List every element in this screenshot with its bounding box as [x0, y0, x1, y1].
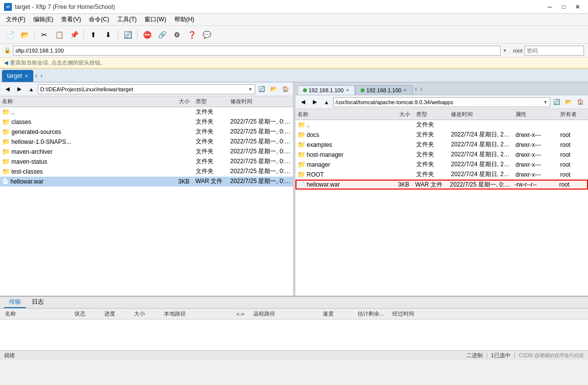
file-name-text: .. [11, 109, 15, 116]
menu-edit[interactable]: 编辑(E) [29, 14, 57, 25]
local-file-name: 📄 hellowar.war [0, 178, 169, 185]
local-file-name: 📁 classes [0, 118, 169, 126]
tab-right-arrow[interactable]: › [40, 71, 43, 79]
local-path-combo[interactable]: D:\IDEA\Projects\Linux\hellowar\target ▼ [38, 84, 255, 94]
password-input[interactable] [524, 46, 584, 56]
title-bar-left: xf target - Xftp 7 (Free for Home/School… [4, 3, 115, 11]
local-file-name: 📁 test-classes [0, 168, 169, 175]
toolbar-new-session[interactable]: 📄 [3, 28, 17, 42]
transfer-tab-log[interactable]: 日志 [27, 297, 49, 308]
local-nav-bar: ◀ ▶ ▲ D:\IDEA\Projects\Linux\hellowar\ta… [0, 82, 293, 96]
toolbar-cut[interactable]: ✂ [37, 28, 51, 42]
local-file-row[interactable]: 📄 hellowar.war 3KB WAR 文件 2022/7/25 星期一,… [0, 177, 293, 187]
menu-window[interactable]: 窗口(W) [141, 14, 170, 25]
file-icon: 📄 [298, 182, 305, 188]
toolbar-upload[interactable]: ⬆ [86, 28, 100, 42]
transfer-tab-transfer[interactable]: 传输 [4, 297, 26, 308]
remote-tab2-close[interactable]: ✕ [403, 88, 407, 93]
toolbar-help[interactable]: ❓ [185, 28, 199, 42]
remote-home-button[interactable]: 🏠 [575, 97, 586, 107]
local-back-button[interactable]: ◀ [2, 84, 13, 94]
remote-file-type: 文件夹 [414, 121, 449, 129]
remote-file-row[interactable]: 📁 manager 文件夹 2022/7/24 星期日, 22:... drwx… [295, 160, 588, 170]
local-file-type: 文件夹 [194, 147, 228, 156]
remote-browse-button[interactable]: 📂 [563, 97, 574, 107]
remote-file-name: 📁 .. [295, 121, 390, 128]
remote-file-row[interactable]: 📁 ROOT 文件夹 2022/7/24 星期日, 22:... drwxr-x… [295, 170, 588, 180]
remote-tab-1[interactable]: 192.168.1.100 ✕ [297, 85, 355, 95]
toolbar-extra[interactable]: 💬 [200, 28, 214, 42]
local-file-row[interactable]: 📁 generated-sources 文件夹 2022/7/25 星期一, 0… [0, 127, 293, 137]
menu-view[interactable]: 查看(V) [57, 14, 85, 25]
remote-back-button[interactable]: ◀ [297, 97, 308, 107]
local-file-row[interactable]: 📁 maven-status 文件夹 2022/7/25 星期一, 0:26 [0, 157, 293, 167]
folder-icon: 📁 [2, 108, 10, 116]
remote-file-row[interactable]: 📁 examples 文件夹 2022/7/24 星期日, 22:... drw… [295, 140, 588, 150]
remote-file-owner: root [558, 171, 588, 178]
local-file-row[interactable]: 📁 hellowar-1.0-SNAPS... 文件夹 2022/7/25 星期… [0, 137, 293, 147]
toolbar-refresh[interactable]: 🔄 [121, 28, 135, 42]
remote-file-row[interactable]: 📄 hellowar.war 3KB WAR 文件 2022/7/25 星期一,… [295, 180, 588, 190]
remote-file-row[interactable]: 📁 host-manager 文件夹 2022/7/24 星期日, 22:...… [295, 150, 588, 160]
toolbar-connect[interactable]: 🔗 [155, 28, 169, 42]
menu-command[interactable]: 命令(C) [85, 14, 113, 25]
remote-tab-2[interactable]: 192.168.1.100 ✕ [355, 85, 413, 95]
local-file-row[interactable]: 📁 classes 文件夹 2022/7/25 星期一, 0:24 [0, 117, 293, 127]
local-file-row[interactable]: 📁 test-classes 文件夹 2022/7/25 星期一, 0:26 [0, 167, 293, 177]
title-bar: xf target - Xftp 7 (Free for Home/School… [0, 0, 588, 14]
local-col-header: 名称 大小 类型 修改时间 [0, 96, 293, 107]
connection-status-dot2 [361, 88, 365, 92]
toolbar-stop[interactable]: ⛔ [140, 28, 154, 42]
tab-left-arrow[interactable]: ‹ [35, 71, 38, 79]
local-file-type: WAR 文件 [194, 177, 228, 186]
remote-up-button[interactable]: ▲ [321, 97, 332, 107]
remote-refresh-button[interactable]: 🔄 [551, 97, 562, 107]
remote-file-date: 2022/7/24 星期日, 22:... [449, 130, 514, 139]
toolbar-download[interactable]: ⬇ [101, 28, 115, 42]
remote-col-header: 名称 大小 类型 修改时间 属性 所有者 [295, 109, 588, 120]
local-file-list: 📁 .. 文件夹 📁 classes 文件夹 2022/7/25 星期一, 0:… [0, 107, 293, 296]
remote-forward-button[interactable]: ▶ [309, 97, 320, 107]
remote-col-type: 类型 [414, 111, 449, 118]
status-sep2 [514, 353, 515, 359]
remote-file-row[interactable]: 📁 docs 文件夹 2022/7/24 星期日, 22:... drwxr-x… [295, 130, 588, 140]
local-file-row[interactable]: 📁 .. 文件夹 [0, 107, 293, 117]
toolbar-settings[interactable]: ⚙ [170, 28, 184, 42]
local-up-button[interactable]: ▲ [26, 84, 37, 94]
tc-local: 本地路径 [161, 310, 230, 318]
local-tab-target[interactable]: target ✕ [2, 70, 33, 82]
status-ready: 就绪 [4, 352, 15, 358]
remote-file-row[interactable]: 📁 .. 文件夹 [295, 120, 588, 130]
toolbar-open[interactable]: 📂 [18, 28, 32, 42]
remote-path-combo[interactable]: /usr/local/tomcat/apache-tomcat-9.0.34/w… [333, 97, 551, 107]
remote-tab-left[interactable]: ‹ [415, 85, 417, 93]
connection-status-dot [303, 88, 307, 92]
toolbar-paste[interactable]: 📌 [67, 28, 81, 42]
remote-col-date: 修改时间 [449, 111, 514, 118]
remote-file-owner: root [558, 161, 588, 168]
remote-tab-right[interactable]: › [420, 85, 423, 93]
toolbar-copy[interactable]: 📋 [52, 28, 66, 42]
local-file-row[interactable]: 📁 maven-archiver 文件夹 2022/7/25 星期一, 0:26 [0, 147, 293, 157]
status-left: 就绪 [4, 352, 466, 359]
local-browse-button[interactable]: 📂 [268, 84, 279, 94]
remote-tab1-close[interactable]: ✕ [346, 88, 350, 93]
menu-tools[interactable]: 工具(T) [113, 14, 141, 25]
close-button[interactable]: ✕ [571, 2, 584, 12]
local-refresh-button[interactable]: 🔄 [256, 84, 267, 94]
dropdown-arrow: ▼ [503, 48, 507, 53]
sftp-url-input[interactable] [13, 46, 501, 56]
local-forward-button[interactable]: ▶ [14, 84, 25, 94]
tc-elapsed: 经过时间 [389, 310, 429, 318]
minimize-button[interactable]: ─ [543, 2, 556, 12]
local-file-date: 2022/7/25 星期一, 0:26 [228, 137, 293, 146]
menu-file[interactable]: 文件(F) [2, 14, 29, 25]
menu-help[interactable]: 帮助(H) [170, 14, 199, 25]
folder-icon: 📁 [2, 148, 10, 155]
tc-speed: 速度 [320, 310, 355, 318]
local-home-button[interactable]: 🏠 [280, 84, 291, 94]
connection-bar: 🔒 ▼ root [0, 44, 588, 58]
local-tab-close[interactable]: ✕ [24, 73, 28, 79]
remote-col-name: 名称 [295, 111, 390, 118]
maximize-button[interactable]: □ [557, 2, 570, 12]
